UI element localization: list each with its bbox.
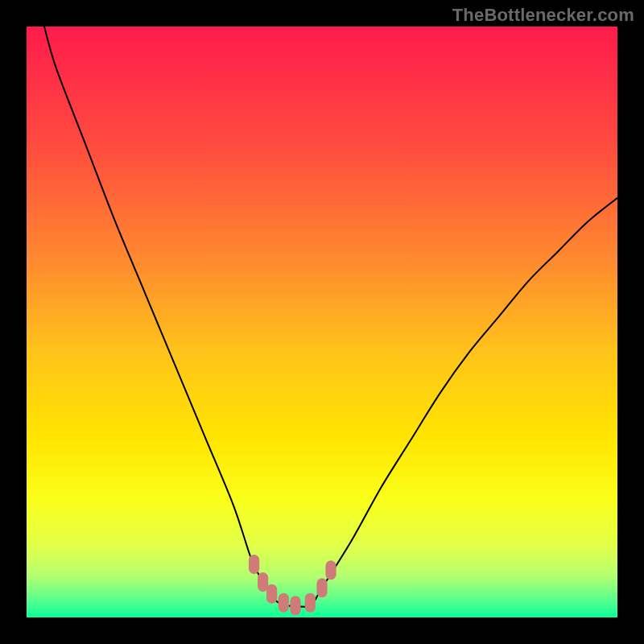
curve-marker xyxy=(305,593,316,613)
curve-marker xyxy=(316,578,327,597)
gradient-background xyxy=(27,27,617,617)
curve-marker xyxy=(249,555,259,574)
watermark-text: TheBottlenecker.com xyxy=(452,5,634,26)
curve-marker xyxy=(325,560,336,580)
plot-area xyxy=(27,27,617,617)
chart-svg xyxy=(27,27,617,617)
curve-marker xyxy=(290,596,300,615)
curve-marker xyxy=(279,593,289,613)
chart-frame: TheBottlenecker.com xyxy=(0,0,644,644)
curve-marker xyxy=(266,584,277,604)
